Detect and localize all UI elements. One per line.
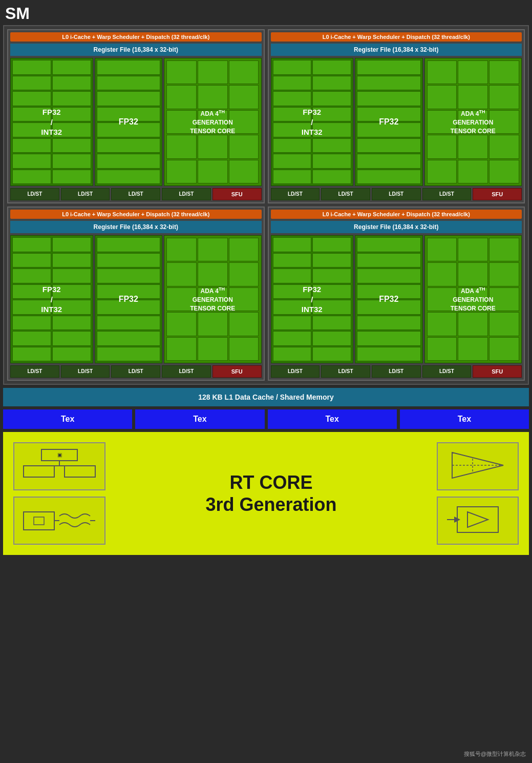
fp32-int32-br: FP32/INT32 <box>271 235 354 363</box>
ldst1-br: LD/ST <box>271 365 320 378</box>
watermark: 搜狐号@微型计算机杂志 <box>464 750 526 758</box>
warp-scheduler-tr: L0 i-Cache + Warp Scheduler + Dispatch (… <box>271 32 522 42</box>
ldst2-tr: LD/ST <box>321 188 370 200</box>
sm-diagram: SM L0 i-Cache + Warp Scheduler + Dispatc… <box>0 0 532 763</box>
rt-core-section: ▣ <box>3 432 529 555</box>
sm-title: SM <box>0 0 532 25</box>
fp32-tl: FP32 <box>95 58 163 186</box>
fp32-int32-tl: FP32/INT32 <box>10 58 93 186</box>
fp32-tr: FP32 <box>355 58 423 186</box>
ldst4-tl: LD/ST <box>162 188 211 200</box>
register-file-br: Register File (16,384 x 32-bit) <box>271 221 522 233</box>
warp-scheduler-br: L0 i-Cache + Warp Scheduler + Dispatch (… <box>271 210 522 219</box>
rt-diagram-left-bottom <box>13 497 105 545</box>
fp32-br: FP32 <box>355 235 423 363</box>
tensor-tl: ADA 4thGENERATIONTENSOR CORE <box>164 58 262 186</box>
sfu-bl: SFU <box>212 365 262 378</box>
compute-row-bl: FP32/INT32 FP32 <box>10 235 262 363</box>
ldst-row-bl: LD/ST LD/ST LD/ST LD/ST SFU <box>10 365 262 378</box>
fp32-int32-bl: FP32/INT32 <box>10 235 93 363</box>
svg-rect-7 <box>24 512 54 530</box>
sfu-tl: SFU <box>212 188 262 200</box>
rt-core-line1: RT CORE <box>105 471 437 493</box>
svg-rect-4 <box>65 466 95 477</box>
tensor-tr: ADA 4thGENERATIONTENSOR CORE <box>424 58 522 186</box>
compute-row-br: FP32/INT32 FP32 <box>271 235 522 363</box>
fp32-bl: FP32 <box>95 235 163 363</box>
rt-left-diagrams: ▣ <box>13 442 105 545</box>
sfu-tr: SFU <box>473 188 522 200</box>
ldst2-br: LD/ST <box>321 365 370 378</box>
tex4: Tex <box>400 409 529 429</box>
tensor-bl: ADA 4thGENERATIONTENSOR CORE <box>164 235 262 363</box>
quadrant-grid: L0 i-Cache + Warp Scheduler + Dispatch (… <box>7 29 525 381</box>
ldst1-bl: LD/ST <box>10 365 59 378</box>
ldst4-bl: LD/ST <box>162 365 211 378</box>
rt-svg-right-bottom <box>442 502 514 538</box>
ldst3-bl: LD/ST <box>111 365 160 378</box>
sfu-br: SFU <box>473 365 522 378</box>
rt-diagram-right-top <box>437 442 519 490</box>
svg-rect-14 <box>457 507 498 532</box>
ldst1-tr: LD/ST <box>271 188 320 200</box>
svg-rect-3 <box>24 466 54 477</box>
compute-row-tr: FP32/INT32 FP32 <box>271 58 522 186</box>
warp-scheduler-tl: L0 i-Cache + Warp Scheduler + Dispatch (… <box>10 32 262 42</box>
tex2: Tex <box>135 409 264 429</box>
svg-marker-15 <box>467 512 488 527</box>
ldst4-br: LD/ST <box>422 365 472 378</box>
rt-svg-right-top <box>442 447 514 483</box>
ldst-row-br: LD/ST LD/ST LD/ST LD/ST SFU <box>271 365 522 378</box>
ldst1-tl: LD/ST <box>10 188 59 200</box>
tex3: Tex <box>268 409 397 429</box>
compute-row-tl: FP32/INT32 <box>10 58 262 186</box>
rt-diagram-right-bottom <box>437 497 519 545</box>
tex-row: Tex Tex Tex Tex <box>3 409 529 429</box>
register-file-bl: Register File (16,384 x 32-bit) <box>10 221 262 233</box>
quadrant-tl: L0 i-Cache + Warp Scheduler + Dispatch (… <box>7 29 265 203</box>
ldst2-bl: LD/ST <box>61 365 110 378</box>
ldst4-tr: LD/ST <box>422 188 472 200</box>
rt-right-diagrams <box>437 442 519 545</box>
ldst-row-tr: LD/ST LD/ST LD/ST LD/ST SFU <box>271 188 522 200</box>
ldst3-tl: LD/ST <box>111 188 160 200</box>
register-file-tr: Register File (16,384 x 32-bit) <box>271 44 522 56</box>
quadrant-br: L0 i-Cache + Warp Scheduler + Dispatch (… <box>268 207 525 381</box>
svg-text:▣: ▣ <box>57 452 62 458</box>
ldst-row-tl: LD/ST LD/ST LD/ST LD/ST SFU <box>10 188 262 200</box>
rt-svg-left-top: ▣ <box>18 447 100 483</box>
quadrant-tr: L0 i-Cache + Warp Scheduler + Dispatch (… <box>268 29 525 203</box>
register-file-tl: Register File (16,384 x 32-bit) <box>10 44 262 56</box>
sm-outer: L0 i-Cache + Warp Scheduler + Dispatch (… <box>3 25 529 385</box>
fp32-int32-tr: FP32/INT32 <box>271 58 354 186</box>
warp-scheduler-bl: L0 i-Cache + Warp Scheduler + Dispatch (… <box>10 210 262 219</box>
ldst2-tl: LD/ST <box>61 188 110 200</box>
ldst3-tr: LD/ST <box>372 188 421 200</box>
ldst3-br: LD/ST <box>372 365 421 378</box>
tensor-br: ADA 4thGENERATIONTENSOR CORE <box>424 235 522 363</box>
svg-rect-8 <box>34 517 44 525</box>
rt-svg-left-bottom <box>18 502 100 538</box>
tex1: Tex <box>3 409 132 429</box>
l1-cache: 128 KB L1 Data Cache / Shared Memory <box>3 388 529 406</box>
rt-diagram-left-top: ▣ <box>13 442 105 490</box>
rt-core-label: RT CORE 3rd Generation <box>105 471 437 515</box>
quadrant-bl: L0 i-Cache + Warp Scheduler + Dispatch (… <box>7 207 265 381</box>
rt-core-line2: 3rd Generation <box>105 493 437 515</box>
